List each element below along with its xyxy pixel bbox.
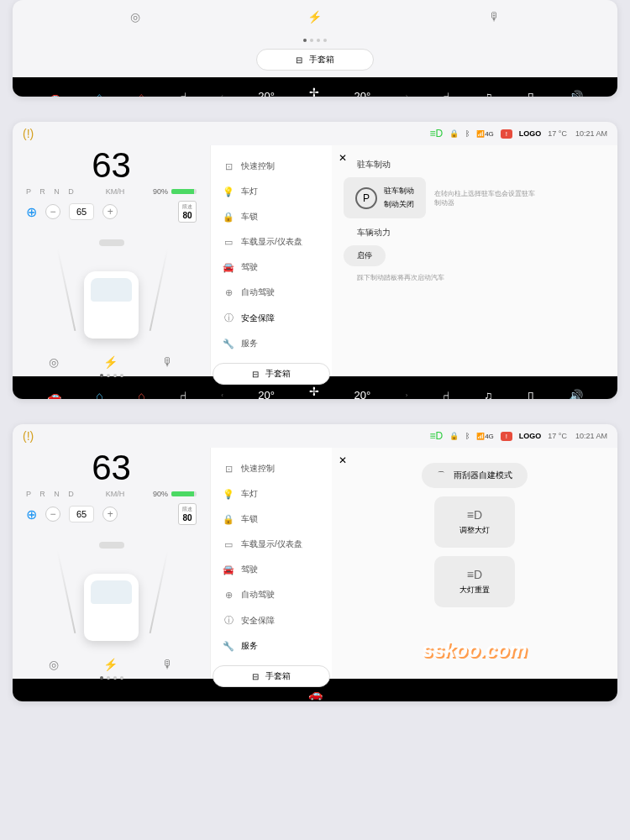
close-icon[interactable]: ✕ <box>339 152 347 164</box>
menu-icon: 💡 <box>223 186 234 197</box>
menu-item-2[interactable]: 🔒车锁 <box>211 204 332 229</box>
parking-brake-button[interactable]: P 驻车制动 制动关闭 <box>344 177 426 218</box>
menu-item-4[interactable]: 🚘驾驶 <box>211 255 332 280</box>
chevron-right-icon[interactable]: › <box>406 92 408 97</box>
camera-icon[interactable]: ◎ <box>130 10 140 24</box>
menu-item-1[interactable]: 💡车灯 <box>211 481 332 507</box>
defrost-front-icon[interactable]: ⌂ <box>96 389 102 400</box>
chevron-left-icon[interactable]: ‹ <box>221 391 223 399</box>
page-indicator <box>13 39 617 42</box>
phone-icon[interactable]: ▯ <box>528 389 534 400</box>
volume-icon[interactable]: 🔊 <box>569 389 583 400</box>
camera-icon[interactable]: ◎ <box>49 658 59 671</box>
seat-left-icon[interactable]: ⑁ <box>180 90 186 97</box>
seat-right-icon[interactable]: ⑁ <box>443 389 449 400</box>
phone-icon[interactable]: ▯ <box>528 90 534 97</box>
cruise-plus-button[interactable]: + <box>102 507 118 522</box>
mic-icon[interactable]: 🎙 <box>489 10 501 24</box>
chevron-left-icon[interactable]: ‹ <box>221 92 223 97</box>
gear-indicator: P R N D <box>26 490 77 498</box>
menu-item-3[interactable]: ▭车载显示/仪表盘 <box>211 532 332 557</box>
camera-icon[interactable]: ◎ <box>49 355 59 369</box>
menu-item-6[interactable]: ⓘ安全保障 <box>211 607 332 633</box>
bluetooth-icon[interactable]: ᛒ <box>465 432 470 440</box>
power-button[interactable]: 启停 <box>344 245 386 266</box>
menu-item-5[interactable]: ⊕自动驾驶 <box>211 582 332 607</box>
cruise-speed[interactable]: 65 <box>69 506 94 522</box>
tpms-icon: (!) <box>23 429 34 443</box>
volume-icon[interactable]: 🔊 <box>569 90 583 97</box>
warning-icon[interactable]: ! <box>501 129 512 139</box>
menu-item-4[interactable]: 🚘驾驶 <box>211 557 332 582</box>
menu-item-0[interactable]: ⊡快速控制 <box>211 456 332 481</box>
fan-button[interactable]: ✢ 手动 <box>309 86 319 97</box>
temp-right[interactable]: 20° <box>354 389 371 399</box>
settings-menu: ⊡快速控制💡车灯🔒车锁▭车载显示/仪表盘🚘驾驶⊕自动驾驶ⓘ安全保障🔧服务 ⊟ 手… <box>210 145 332 376</box>
lock-icon[interactable]: 🔒 <box>449 432 459 440</box>
mic-icon[interactable]: 🎙 <box>162 355 174 369</box>
car-icon[interactable]: 🚗 <box>308 687 323 701</box>
close-icon[interactable]: ✕ <box>339 454 347 466</box>
wiper-icon: ⌒ <box>437 470 445 481</box>
menu-icon: ⊕ <box>223 590 234 601</box>
mic-icon[interactable]: 🎙 <box>162 658 174 671</box>
temp-right[interactable]: 20° <box>354 90 371 97</box>
wiper-mode-button[interactable]: ⌒ 雨刮器自建模式 <box>422 463 528 488</box>
parking-p-icon: P <box>355 187 377 209</box>
steering-icon[interactable]: ⊕ <box>26 507 37 522</box>
menu-icon: 🔧 <box>223 641 234 652</box>
menu-item-1[interactable]: 💡车灯 <box>211 179 332 204</box>
fan-icon: ✢ <box>309 86 319 97</box>
menu-icon: 🔧 <box>223 339 234 349</box>
charge-icon[interactable]: ⚡ <box>103 355 118 369</box>
bluetooth-icon[interactable]: ᛒ <box>465 129 470 138</box>
defrost-rear-icon[interactable]: ⌂ <box>138 389 144 400</box>
music-icon[interactable]: ♫ <box>484 90 493 97</box>
music-icon[interactable]: ♫ <box>484 389 493 400</box>
glovebox-icon: ⊟ <box>296 55 302 65</box>
cruise-minus-button[interactable]: − <box>45 204 60 219</box>
charge-icon[interactable]: ⚡ <box>103 658 118 671</box>
car-visualization <box>26 542 197 651</box>
menu-item-0[interactable]: ⊡快速控制 <box>211 154 332 179</box>
menu-item-3[interactable]: ▭车载显示/仪表盘 <box>211 229 332 255</box>
menu-item-5[interactable]: ⊕自动驾驶 <box>211 280 332 305</box>
glovebox-button[interactable]: ⊟ 手套箱 <box>213 665 330 687</box>
defrost-front-icon[interactable]: ⌂ <box>96 90 102 97</box>
instrument-cluster: 63 P R N D KM/H 90% ⊕ − 65 + 限速 80 <box>13 448 210 679</box>
chevron-right-icon[interactable]: › <box>406 391 408 399</box>
outside-temp: 17 °C <box>548 432 567 440</box>
seat-right-icon[interactable]: ⑁ <box>443 90 449 97</box>
steering-icon[interactable]: ⊕ <box>26 204 37 220</box>
battery-bar <box>171 491 197 496</box>
warning-icon[interactable]: ! <box>501 432 512 441</box>
speed-limit: 限速 80 <box>178 503 197 525</box>
car-icon[interactable]: 🚗 <box>47 389 61 400</box>
car-icon[interactable]: 🚗 <box>47 90 61 97</box>
menu-item-7[interactable]: 🔧服务 <box>211 633 332 659</box>
cruise-plus-button[interactable]: + <box>102 204 118 219</box>
menu-item-6[interactable]: ⓘ安全保障 <box>211 305 332 331</box>
lock-icon[interactable]: 🔒 <box>449 129 459 138</box>
adjust-headlight-button[interactable]: ≡D 调整大灯 <box>434 496 515 548</box>
glovebox-button[interactable]: ⊟ 手套箱 <box>213 363 330 385</box>
charge-icon[interactable]: ⚡ <box>307 10 322 24</box>
glovebox-button[interactable]: ⊟ 手套箱 <box>256 49 374 71</box>
reset-headlight-button[interactable]: ≡D 大灯重置 <box>434 556 515 607</box>
temp-left[interactable]: 20° <box>258 389 275 399</box>
defrost-rear-icon[interactable]: ⌂ <box>138 90 144 97</box>
logo: LOGO <box>519 432 542 440</box>
menu-item-2[interactable]: 🔒车锁 <box>211 507 332 532</box>
cruise-speed[interactable]: 65 <box>69 203 94 220</box>
menu-item-7[interactable]: 🔧服务 <box>211 331 332 356</box>
menu-icon: 🚘 <box>223 262 234 273</box>
seat-left-icon[interactable]: ⑁ <box>180 389 186 400</box>
temp-left[interactable]: 20° <box>258 90 275 97</box>
fan-button[interactable]: ✢手动 <box>309 385 319 399</box>
signal-icon: 📶4G <box>476 433 494 440</box>
clock: 10:21 AM <box>575 129 607 138</box>
clock: 10:21 AM <box>575 432 607 440</box>
instrument-cluster: 63 P R N D KM/H 90% ⊕ − 65 + 限速 80 <box>13 145 210 376</box>
cruise-minus-button[interactable]: − <box>45 507 60 522</box>
speed-value: 63 <box>26 145 197 186</box>
